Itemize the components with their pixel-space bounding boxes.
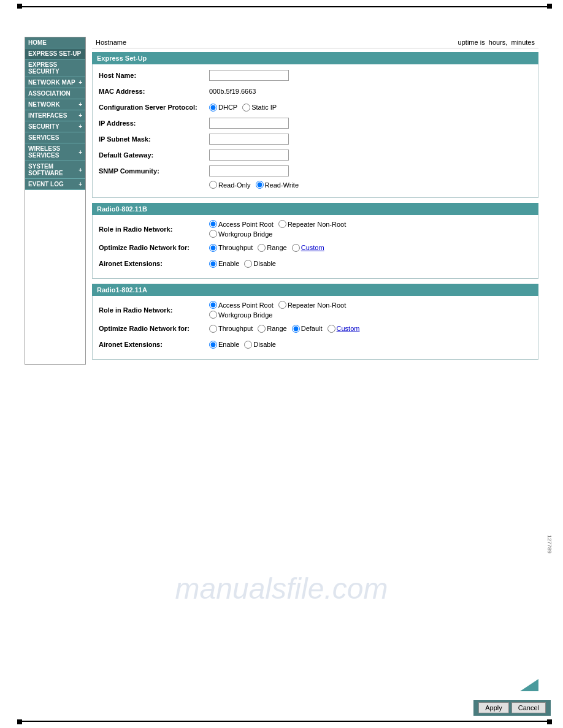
snmp-community-label: SNMP Community:: [99, 167, 209, 175]
radio1-range-radio[interactable]: [258, 325, 266, 333]
sidebar-item-home-label: HOME: [28, 39, 47, 46]
radio1-throughput-radio[interactable]: [209, 325, 217, 333]
ip-address-row: IP Address:: [99, 117, 532, 129]
host-name-label: Host Name:: [99, 72, 209, 79]
read-only-radio-label[interactable]: Read-Only: [209, 181, 251, 189]
dhcp-radio[interactable]: [209, 104, 217, 112]
radio0-custom-link[interactable]: Custom: [301, 244, 324, 251]
radio1-repeater-non-root-label[interactable]: Repeater Non-Root: [278, 301, 346, 309]
static-ip-radio-label[interactable]: Static IP: [242, 104, 277, 112]
default-gateway-input[interactable]: [209, 150, 289, 161]
radio0-disable-label[interactable]: Disable: [244, 260, 276, 268]
read-write-radio[interactable]: [256, 181, 264, 189]
teal-footer-decoration: [520, 679, 538, 691]
ip-address-input[interactable]: [209, 118, 289, 129]
mac-address-row: MAC Address: 000b.5f19.6663: [99, 85, 532, 97]
radio0-access-point-root-label[interactable]: Access Point Root: [209, 220, 274, 228]
ip-subnet-label: IP Subnet Mask:: [99, 135, 209, 143]
mac-address-value: 000b.5f19.6663: [209, 88, 256, 95]
radio1-optimize-row: Optimize Radio Network for: Throughput R…: [99, 322, 532, 335]
default-gateway-label: Default Gateway:: [99, 151, 209, 159]
sidebar-item-wireless-services-label: WIRELESS SERVICES: [28, 145, 79, 159]
snmp-community-input[interactable]: [209, 165, 289, 176]
sidebar-item-network-label: NETWORK: [28, 101, 60, 108]
snmp-radio-row: Read-Only Read-Write: [209, 181, 532, 189]
ip-subnet-input[interactable]: [209, 134, 289, 145]
radio0-throughput-radio[interactable]: [209, 244, 217, 252]
sidebar-item-services[interactable]: SERVICES: [25, 132, 85, 143]
radio1-default-label[interactable]: Default: [292, 325, 323, 333]
express-setup-header: Express Set-Up: [92, 52, 538, 64]
radio1-custom-radio[interactable]: [327, 325, 335, 333]
sidebar-item-home[interactable]: HOME: [25, 37, 85, 48]
header-bar: Hostname uptime is hours, minutes: [92, 37, 538, 48]
radio0-aironet-label: Aironet Extensions:: [99, 260, 209, 267]
radio1-optimize-group: Throughput Range Default Custom: [209, 325, 359, 333]
radio1-workgroup-bridge-radio[interactable]: [209, 311, 217, 319]
default-gateway-row: Default Gateway:: [99, 149, 532, 161]
radio0-disable-radio[interactable]: [244, 260, 252, 268]
apply-button[interactable]: Apply: [478, 702, 509, 713]
host-name-row: Host Name:: [99, 69, 532, 82]
radio0-range-label[interactable]: Range: [258, 244, 286, 252]
static-ip-radio[interactable]: [242, 104, 250, 112]
radio1-enable-radio[interactable]: [209, 341, 217, 349]
radio1-custom-link[interactable]: Custom: [337, 325, 360, 332]
radio1-role-label: Role in Radio Network:: [99, 306, 209, 314]
radio0-role-options: Access Point Root Repeater Non-Root Work…: [209, 220, 346, 238]
radio0-workgroup-bridge-label[interactable]: Workgroup Bridge: [209, 230, 272, 238]
radio0-role-row: Role in Radio Network: Access Point Root…: [99, 220, 532, 238]
radio0-custom-label[interactable]: Custom: [292, 244, 324, 252]
radio1-disable-label[interactable]: Disable: [244, 341, 276, 349]
radio1-workgroup-bridge-label[interactable]: Workgroup Bridge: [209, 311, 272, 319]
sidebar-item-security[interactable]: SECURITY: [25, 121, 85, 132]
hostname-label: Hostname: [96, 39, 126, 46]
sidebar-item-express-setup[interactable]: EXPRESS SET-UP: [25, 48, 85, 59]
sidebar-item-network[interactable]: NETWORK: [25, 99, 85, 110]
sidebar-item-interfaces[interactable]: INTERFACES: [25, 110, 85, 121]
radio0-access-point-root-radio[interactable]: [209, 220, 217, 228]
image-number: 127789: [546, 535, 553, 553]
radio1-throughput-label[interactable]: Throughput: [209, 325, 253, 333]
radio0-role-group-1: Access Point Root Repeater Non-Root: [209, 220, 346, 228]
read-write-radio-label[interactable]: Read-Write: [256, 181, 299, 189]
snmp-radio-group: Read-Only Read-Write: [209, 181, 532, 189]
read-only-radio[interactable]: [209, 181, 217, 189]
sidebar-item-association-label: ASSOCIATION: [28, 90, 71, 97]
sidebar-item-association[interactable]: ASSOCIATION: [25, 88, 85, 99]
dhcp-radio-label[interactable]: DHCP: [209, 104, 237, 112]
config-server-radio-group: DHCP Static IP: [209, 104, 277, 112]
radio0-enable-radio[interactable]: [209, 260, 217, 268]
sidebar-item-express-security[interactable]: EXPRESS SECURITY: [25, 59, 85, 77]
mac-address-label: MAC Address:: [99, 88, 209, 95]
radio0-throughput-label[interactable]: Throughput: [209, 244, 253, 252]
sidebar-item-express-security-label: EXPRESS SECURITY: [28, 61, 82, 75]
host-name-input[interactable]: [209, 70, 289, 81]
radio0-custom-radio[interactable]: [292, 244, 300, 252]
radio1-access-point-root-radio[interactable]: [209, 301, 217, 309]
radio1-default-radio[interactable]: [292, 325, 300, 333]
radio1-access-point-root-label[interactable]: Access Point Root: [209, 301, 274, 309]
radio1-range-label[interactable]: Range: [258, 325, 286, 333]
radio0-optimize-group: Throughput Range Custom: [209, 244, 324, 252]
cancel-button[interactable]: Cancel: [511, 702, 546, 713]
sidebar-item-security-label: SECURITY: [28, 123, 59, 130]
radio1-disable-radio[interactable]: [244, 341, 252, 349]
radio0-workgroup-bridge-radio[interactable]: [209, 230, 217, 238]
sidebar-item-network-map[interactable]: NETWORK MAP: [25, 77, 85, 88]
sidebar-item-network-map-label: NETWORK MAP: [28, 79, 75, 86]
radio0-repeater-non-root-radio[interactable]: [278, 220, 286, 228]
radio1-role-options: Access Point Root Repeater Non-Root Work…: [209, 301, 346, 319]
radio0-repeater-non-root-label[interactable]: Repeater Non-Root: [278, 220, 346, 228]
sidebar-item-system-software[interactable]: SYSTEM SOFTWARE: [25, 161, 85, 179]
radio1-enable-label[interactable]: Enable: [209, 341, 239, 349]
radio0-enable-label[interactable]: Enable: [209, 260, 239, 268]
top-border: [18, 6, 551, 7]
radio0-body: Role in Radio Network: Access Point Root…: [92, 215, 538, 279]
radio0-range-radio[interactable]: [258, 244, 266, 252]
sidebar-item-event-log[interactable]: EVENT LOG: [25, 179, 85, 190]
radio1-repeater-non-root-radio[interactable]: [278, 301, 286, 309]
sidebar-item-wireless-services[interactable]: WIRELESS SERVICES: [25, 143, 85, 161]
radio1-custom-label[interactable]: Custom: [327, 325, 360, 333]
sidebar-item-system-software-label: SYSTEM SOFTWARE: [28, 163, 79, 176]
